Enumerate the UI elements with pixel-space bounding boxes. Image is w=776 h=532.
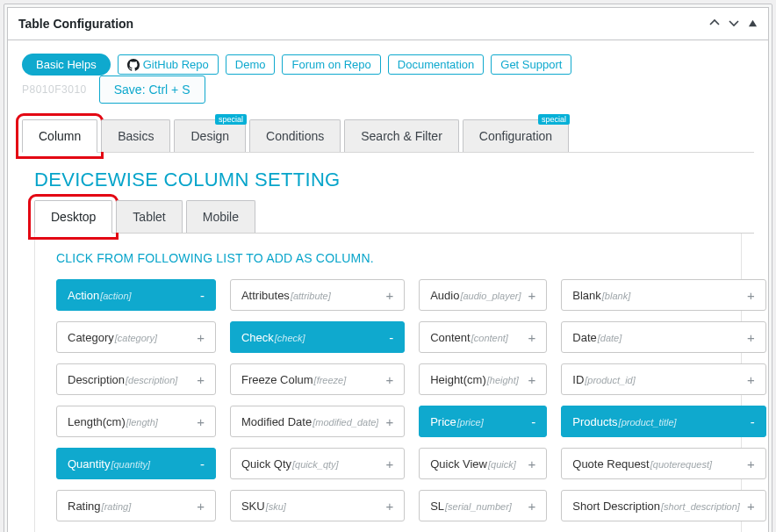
column-item-label: Quantity[quantity] — [68, 457, 193, 471]
column-item[interactable]: Freeze Colum[freeze]+ — [230, 363, 405, 395]
add-icon: + — [747, 499, 755, 514]
tab-configuration-label: Configuration — [479, 129, 552, 143]
internal-code: P8010F3010 — [22, 83, 87, 96]
column-item-label: Quick Qty[quick_qty] — [241, 457, 378, 471]
expand-down-icon[interactable] — [729, 18, 739, 31]
right-tools: P8010F3010 Save: Ctrl + S — [22, 75, 205, 104]
add-icon: + — [528, 288, 536, 303]
tab-configuration[interactable]: Configuration special — [463, 119, 569, 152]
column-item-label: Attributes[attribute] — [241, 289, 378, 302]
column-item[interactable]: Date[date]+ — [561, 321, 765, 353]
add-icon: + — [385, 414, 393, 429]
column-item[interactable]: Action[action]- — [56, 279, 216, 311]
column-item[interactable]: Audio[audio_player]+ — [419, 279, 547, 311]
add-icon: + — [747, 457, 755, 471]
column-grid: Action[action]-Attributes[attribute]+Aud… — [56, 279, 720, 532]
demo-link[interactable]: Demo — [226, 54, 276, 75]
column-item[interactable]: Quote Request[quoterequest]+ — [561, 448, 765, 479]
device-tabs: Desktop Tablet Mobile — [34, 200, 754, 234]
remove-icon: - — [531, 414, 535, 429]
column-item[interactable]: Length(cm)[length]+ — [56, 406, 216, 437]
tab-basics[interactable]: Basics — [101, 119, 170, 152]
column-item-label: Short Description[short_description] — [572, 500, 740, 513]
column-item-label: Quick View[quick] — [430, 457, 521, 471]
save-button[interactable]: Save: Ctrl + S — [99, 75, 205, 104]
column-item[interactable]: Quick Qty[quick_qty]+ — [230, 448, 405, 479]
column-item[interactable]: SL[serial_number]+ — [419, 490, 547, 521]
column-item-label: Modified Date[modified_date] — [241, 415, 378, 428]
top-row: Basic Helps GitHub Repo Demo Forum on Re… — [22, 54, 754, 104]
column-item-label: Products[product_title] — [572, 415, 743, 428]
column-item[interactable]: Blank[blank]+ — [561, 279, 765, 311]
add-icon: + — [385, 499, 393, 514]
tab-badge: special — [538, 114, 570, 125]
github-repo-link[interactable]: GitHub Repo — [118, 54, 219, 75]
github-icon — [127, 59, 140, 71]
add-icon: + — [197, 499, 205, 514]
add-icon: + — [385, 457, 393, 471]
column-item-label: Blank[blank] — [572, 289, 740, 302]
column-item[interactable]: Price[price]- — [419, 406, 547, 437]
column-item[interactable]: Category[category]+ — [56, 321, 216, 353]
column-item[interactable]: Quick View[quick]+ — [419, 448, 547, 479]
add-icon: + — [197, 330, 205, 345]
basic-helps-button[interactable]: Basic Helps — [22, 54, 111, 75]
remove-icon: - — [200, 457, 205, 471]
column-item[interactable]: Modified Date[modified_date]+ — [230, 406, 405, 437]
panel-controls — [709, 18, 758, 31]
column-item[interactable]: Short Description[short_description]+ — [561, 490, 765, 521]
get-support-link[interactable]: Get Support — [491, 54, 571, 75]
column-item[interactable]: Description[description]+ — [56, 363, 216, 395]
column-item[interactable]: Quantity[quantity]- — [56, 448, 216, 479]
tab-column[interactable]: Column — [22, 119, 97, 153]
column-item-label: Length(cm)[length] — [68, 415, 190, 428]
column-item-label: Category[category] — [68, 331, 190, 344]
column-item[interactable]: Attributes[attribute]+ — [230, 279, 405, 311]
column-item[interactable]: ID[product_id]+ — [561, 363, 765, 395]
column-picker: CLICK FROM FOLLOWING LIST TO ADD AS COLU… — [34, 234, 742, 532]
add-icon: + — [197, 414, 205, 429]
tab-conditions[interactable]: Conditions — [249, 119, 341, 152]
column-item-label: Freeze Colum[freeze] — [241, 373, 378, 386]
column-item[interactable]: Products[product_title]- — [561, 406, 765, 437]
add-icon: + — [747, 372, 755, 387]
column-item-label: SL[serial_number] — [430, 500, 521, 513]
tab-search-filter[interactable]: Search & Filter — [344, 119, 459, 152]
github-repo-label: GitHub Repo — [143, 58, 209, 71]
column-item[interactable]: Height(cm)[height]+ — [419, 363, 547, 395]
documentation-link[interactable]: Documentation — [388, 54, 484, 75]
help-links: Basic Helps GitHub Repo Demo Forum on Re… — [22, 54, 571, 75]
column-item-label: Price[price] — [430, 415, 524, 428]
column-item-label: ID[product_id] — [572, 373, 740, 386]
column-item[interactable]: Content[content]+ — [419, 321, 547, 353]
column-item-label: Audio[audio_player] — [430, 289, 521, 302]
add-icon: + — [747, 330, 755, 345]
device-tab-tablet[interactable]: Tablet — [116, 200, 182, 233]
add-icon: + — [528, 330, 536, 345]
remove-icon: - — [389, 330, 393, 345]
add-icon: + — [747, 288, 755, 303]
add-icon: + — [528, 499, 536, 514]
picker-caption: CLICK FROM FOLLOWING LIST TO ADD AS COLU… — [56, 251, 720, 265]
add-icon: + — [385, 288, 393, 303]
column-item[interactable]: Rating[rating]+ — [56, 490, 216, 521]
column-item-label: Height(cm)[height] — [430, 373, 521, 386]
collapse-up-icon[interactable] — [709, 18, 720, 31]
column-item[interactable]: SKU[sku]+ — [230, 490, 405, 521]
config-panel: Table Configuration Basic Helps GitHub R… — [7, 7, 769, 532]
forum-link[interactable]: Forum on Repo — [282, 54, 380, 75]
device-tab-desktop[interactable]: Desktop — [34, 200, 112, 234]
column-item-label: Quote Request[quoterequest] — [572, 457, 740, 471]
device-tab-mobile[interactable]: Mobile — [186, 200, 255, 233]
remove-icon: - — [751, 414, 755, 429]
column-item-label: Action[action] — [68, 289, 193, 302]
panel-title: Table Configuration — [18, 17, 133, 31]
devicewise-heading: DEVICEWISE COLUMN SETTING — [34, 169, 754, 191]
column-item[interactable]: Check[check]- — [230, 321, 405, 353]
panel-toggle-icon[interactable] — [748, 18, 758, 31]
panel-body: Basic Helps GitHub Repo Demo Forum on Re… — [8, 40, 768, 532]
add-icon: + — [197, 372, 205, 387]
tab-design[interactable]: Design special — [174, 119, 246, 152]
tab-design-label: Design — [190, 129, 229, 143]
column-item-label: Check[check] — [241, 331, 382, 344]
